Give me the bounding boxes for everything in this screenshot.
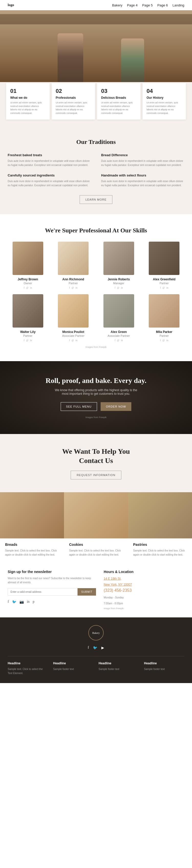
traditions-title: Our Traditions — [8, 138, 184, 146]
contact-section: We Want To Help YouContact Us REQUEST IN… — [0, 434, 192, 492]
facebook-icon[interactable]: f — [24, 286, 25, 289]
footer-col-title: Headline — [144, 661, 185, 665]
instagram-icon[interactable]: @ — [162, 286, 165, 289]
footer-twitter-icon[interactable]: 🐦 — [93, 646, 97, 650]
instagram-icon[interactable]: @ — [71, 286, 74, 289]
linkedin-icon[interactable]: in — [30, 286, 32, 289]
team-member-role: Partner — [8, 334, 48, 337]
team-photo — [149, 294, 180, 328]
team-photo — [149, 242, 180, 275]
team-member-role: Manager — [99, 282, 139, 285]
facebook-icon[interactable]: f — [8, 600, 9, 604]
logo[interactable]: logo — [8, 3, 14, 7]
twitter-icon[interactable]: 🐦 — [12, 600, 16, 604]
footer-col-1: Headline Sample footer text — [53, 661, 94, 675]
product-item-0: Breads Sample text. Click to select the … — [0, 492, 64, 562]
footer-col-0: Headline Sample text. Click to select th… — [8, 661, 48, 675]
feature-num: 01 — [10, 88, 46, 94]
team-member-3: Alex Greenfield Partner f @ in — [144, 242, 185, 289]
team-member-6: Alex Green Associate Partner f @ in — [99, 294, 139, 342]
nav-page4[interactable]: Page 4 — [127, 3, 138, 7]
product-name: Pastries — [133, 542, 187, 547]
footer-youtube-icon[interactable]: ▶ — [101, 646, 104, 650]
traditions-grid: Freshest baked treats Duis aute irure do… — [8, 153, 184, 187]
team-photo — [12, 242, 43, 275]
request-info-button[interactable]: REQUEST INFORMATION — [71, 471, 121, 479]
product-item-1: Cookies Sample text. Click to select the… — [64, 492, 128, 562]
team-member-socials: f @ in — [53, 339, 94, 342]
facebook-icon[interactable]: f — [115, 286, 115, 289]
instagram-icon[interactable]: @ — [71, 339, 74, 342]
footer-col-title: Headline — [53, 661, 94, 665]
product-image — [128, 492, 192, 538]
product-info: Breads Sample text. Click to select the … — [0, 538, 64, 562]
products-section: Breads Sample text. Click to select the … — [0, 492, 192, 562]
newsletter-title: Sign up for the newsletter — [8, 570, 96, 574]
product-name: Cookies — [69, 542, 123, 547]
instagram-icon[interactable]: 📷 — [20, 600, 24, 604]
instagram-icon[interactable]: @ — [162, 339, 165, 342]
feature-card-2: 03 Delicious Breads Ut enim ad minim ven… — [97, 83, 141, 120]
facebook-icon[interactable]: f — [160, 339, 161, 342]
tradition-text: Duis aute irure dolor in reprehenderit i… — [101, 159, 184, 167]
product-info: Cookies Sample text. Click to select the… — [64, 538, 128, 562]
instagram-icon[interactable]: @ — [117, 339, 119, 342]
team-member-5: Monica Pouliot Associate Partner f @ in — [53, 294, 94, 342]
facebook-icon[interactable]: f — [24, 339, 25, 342]
team-member-name: Ann Richmond — [53, 278, 94, 281]
team-member-4: Walter Lily Partner f @ in — [8, 294, 48, 342]
linkedin-icon[interactable]: in — [30, 339, 32, 342]
nav-landing[interactable]: Landing — [172, 3, 184, 7]
footer-facebook-icon[interactable]: f — [88, 646, 89, 650]
see-full-menu-button[interactable]: SEE FULL MENU — [61, 402, 97, 411]
linkedin-icon[interactable]: in — [121, 286, 123, 289]
facebook-icon[interactable]: f — [69, 339, 70, 342]
learn-more-button[interactable]: LEARN MORE — [80, 195, 113, 204]
facebook-icon[interactable]: f — [69, 286, 70, 289]
linkedin-icon[interactable]: in — [76, 286, 78, 289]
team-member-role: Partner — [144, 334, 185, 337]
linkedin-icon[interactable]: in — [76, 339, 78, 342]
nav-bakery[interactable]: Bakery — [112, 3, 122, 7]
team-member-socials: f @ in — [99, 286, 139, 289]
dark-image-credit: Images from Freepik — [8, 416, 184, 418]
tradition-item-2: Carefully sourced ingredients Duis aute … — [8, 174, 91, 187]
feature-num: 03 — [101, 88, 137, 94]
tradition-title: Freshest baked treats — [8, 153, 91, 157]
tradition-item-1: Bread Difference Duis aute irure dolor i… — [101, 153, 184, 167]
order-now-button[interactable]: ORDER NOW — [101, 402, 131, 411]
linkedin-icon[interactable]: in — [166, 286, 168, 289]
footer: Bakery f 🐦 ▶ Headline Sample text. Click… — [0, 617, 192, 683]
footer-col-text: Sample text. Click to select the Text El… — [8, 667, 48, 675]
team-photo — [104, 294, 134, 328]
product-image — [64, 492, 128, 538]
instagram-icon[interactable]: @ — [117, 286, 119, 289]
product-item-2: Pastries Sample text. Click to select th… — [128, 492, 192, 562]
nav-page5[interactable]: Page 5 — [142, 3, 153, 7]
team-grid: Jeffrey Brown Owner f @ in Ann Richmond … — [8, 242, 184, 342]
instagram-icon[interactable]: @ — [26, 286, 29, 289]
email-input[interactable] — [8, 588, 78, 596]
footer-col-text: Sample footer text — [53, 667, 94, 671]
team-photo-bg — [58, 242, 88, 275]
feature-card-0: 01 What we do Ut enim ad minim veniam, q… — [6, 83, 50, 120]
nav-page6[interactable]: Page 6 — [157, 3, 168, 7]
linkedin-icon[interactable]: in — [27, 600, 30, 604]
team-member-role: Associate Partner — [99, 334, 139, 337]
facebook-icon[interactable]: f — [115, 339, 115, 342]
navigation: logo Bakery Page 4 Page 5 Page 6 Landing — [0, 0, 192, 10]
submit-button[interactable]: SUBMIT — [78, 588, 96, 596]
linkedin-icon[interactable]: in — [166, 339, 168, 342]
instagram-icon[interactable]: @ — [26, 339, 29, 342]
hours-phone[interactable]: (323) 456-2353 — [104, 588, 184, 593]
team-member-name: Alex Greenfield — [144, 278, 185, 281]
hero-section: Image from Freepik — [0, 10, 192, 92]
facebook-icon[interactable]: f — [160, 286, 161, 289]
team-member-socials: f @ in — [99, 339, 139, 342]
hours-section: Hours & Location 14 E 19th St, New York,… — [96, 570, 184, 610]
pinterest-icon[interactable]: p — [33, 600, 35, 604]
team-member-socials: f @ in — [144, 286, 185, 289]
linkedin-icon[interactable]: in — [121, 339, 123, 342]
team-member-socials: f @ in — [8, 339, 48, 342]
hours-days: Monday - Sunday — [104, 595, 184, 600]
